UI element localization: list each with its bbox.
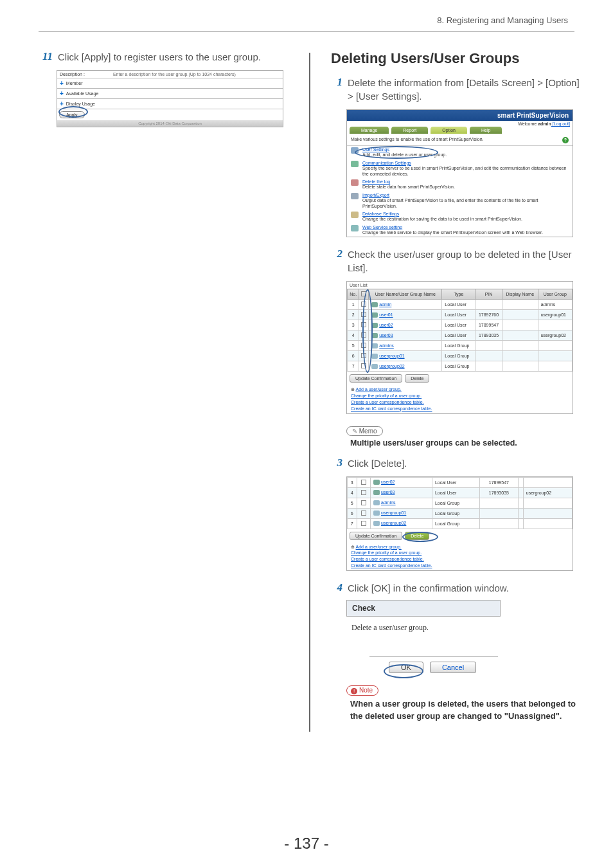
cell-group: admins xyxy=(538,300,572,310)
checkbox[interactable] xyxy=(361,312,366,317)
checkbox[interactable] xyxy=(361,291,366,296)
sublink[interactable]: Create a user correspondence table. xyxy=(351,400,424,404)
user-link[interactable]: usergroup01 xyxy=(381,511,406,515)
group-icon xyxy=(371,354,378,359)
user-link[interactable]: user01 xyxy=(379,312,393,317)
sublink[interactable]: Add a user/user group. xyxy=(356,387,402,392)
user-link[interactable]: user02 xyxy=(379,323,393,327)
checkbox[interactable] xyxy=(361,490,366,495)
delete-button-2[interactable]: Delete xyxy=(405,532,429,540)
plus-icon[interactable]: + xyxy=(60,80,64,87)
table-row: 7 usergroup02 Local Group xyxy=(348,518,573,529)
sublink-row: Change the priority of a user group. xyxy=(351,550,569,556)
cell-no: 5 xyxy=(348,341,359,351)
cell-disp xyxy=(502,351,538,361)
delete-button[interactable]: Delete xyxy=(405,374,429,383)
user-link[interactable]: usergroup01 xyxy=(379,354,404,358)
cell-name: usergroup01 xyxy=(371,508,432,518)
sublink-row: Create an IC card correspondence table. xyxy=(351,563,569,569)
user-link[interactable]: admins xyxy=(381,500,396,505)
checkbox[interactable] xyxy=(361,511,366,516)
cell-cb xyxy=(357,508,370,518)
cell-pin: 17899547 xyxy=(480,477,518,487)
option-link[interactable]: Delete the log xyxy=(362,179,390,184)
cell-name: usergroup02 xyxy=(369,361,442,372)
confirm-dialog: Check Delete a user/user group. OK Cance… xyxy=(346,600,501,676)
user-link[interactable]: user03 xyxy=(379,333,393,338)
option-icon xyxy=(351,179,359,186)
tab-help[interactable]: Help xyxy=(470,127,502,134)
sublink[interactable]: Change the priority of a user group. xyxy=(351,550,422,555)
option-desc: Output data of smart PrintSuperVision to… xyxy=(362,198,538,208)
logout-link[interactable]: [Log out] xyxy=(551,122,570,126)
checkbox[interactable] xyxy=(361,343,366,348)
table-row: 3 user02 Local User 17899547 xyxy=(348,320,573,330)
user-icon xyxy=(371,302,378,307)
checkbox[interactable] xyxy=(361,353,366,358)
checkbox[interactable] xyxy=(361,500,366,505)
userlist-screenshot: User List No.User Name/User Group NameTy… xyxy=(346,281,573,413)
cell-no: 6 xyxy=(348,508,357,518)
checkbox[interactable] xyxy=(361,480,366,485)
cell-type: Local User xyxy=(432,477,479,487)
checkbox[interactable] xyxy=(361,332,366,338)
user-link[interactable]: user03 xyxy=(381,490,395,494)
cancel-button[interactable]: Cancel xyxy=(430,662,476,673)
user-link[interactable]: user02 xyxy=(381,480,395,484)
plus-icon[interactable]: + xyxy=(60,90,64,97)
cell-disp xyxy=(518,487,523,498)
update-confirmation-button[interactable]: Update Confirmation xyxy=(350,374,402,383)
sublink[interactable]: Create an IC card correspondence table. xyxy=(351,563,432,568)
option-link[interactable]: Database Settings xyxy=(362,212,399,216)
option-item: Database SettingsChange the destination … xyxy=(347,210,573,224)
help-icon[interactable]: ? xyxy=(562,137,569,143)
sublink[interactable]: Add a user/user group. xyxy=(356,545,402,549)
table-header: User Group xyxy=(538,289,572,300)
cell-group xyxy=(538,361,572,372)
user-link[interactable]: usergroup02 xyxy=(381,521,406,525)
option-desc: Change the Web service to display the sm… xyxy=(362,230,543,235)
step-1-number: 1 xyxy=(328,76,342,103)
cell-no: 1 xyxy=(348,300,359,310)
sublink[interactable]: Create a user correspondence table. xyxy=(351,557,424,561)
cell-group: usergroup02 xyxy=(538,330,572,341)
update-confirmation-button-2[interactable]: Update Confirmation xyxy=(350,532,402,540)
option-link[interactable]: Web Service setting xyxy=(362,225,402,230)
checkbox[interactable] xyxy=(361,302,366,307)
option-link[interactable]: Communication Settings xyxy=(362,161,411,165)
option-icon xyxy=(351,212,359,218)
cell-cb xyxy=(357,477,370,487)
checkbox[interactable] xyxy=(361,322,366,327)
user-link[interactable]: admin xyxy=(379,302,391,307)
option-link[interactable]: Import/Export xyxy=(362,193,389,197)
user-link[interactable]: usergroup02 xyxy=(379,364,404,368)
sublink-row: Create an IC card correspondence table. xyxy=(351,406,569,412)
tab-option[interactable]: Option xyxy=(431,127,467,134)
cell-type: Local Group xyxy=(442,341,475,351)
user-icon xyxy=(371,323,378,328)
table-row: 6 usergroup01 Local Group xyxy=(348,351,573,361)
tab-report[interactable]: Report xyxy=(391,127,428,134)
sublink[interactable]: Create an IC card correspondence table. xyxy=(351,406,432,411)
cell-no: 6 xyxy=(348,351,359,361)
cell-type: Local User xyxy=(442,330,475,341)
desc-label: Description : xyxy=(60,72,85,77)
group-icon xyxy=(371,343,378,348)
sublink-row: Change the priority of a user group. xyxy=(351,393,569,399)
option-icon xyxy=(351,225,359,231)
option-icon xyxy=(351,161,359,167)
user-link[interactable]: admins xyxy=(379,343,394,348)
checkbox[interactable] xyxy=(361,521,366,526)
cell-name: user03 xyxy=(369,330,442,341)
checkbox[interactable] xyxy=(361,363,366,368)
apply-button[interactable]: Apply xyxy=(59,111,85,118)
plus-icon[interactable]: + xyxy=(60,100,64,107)
tab-manage[interactable]: Manage xyxy=(350,127,389,134)
ok-button[interactable]: OK xyxy=(389,662,423,673)
cell-disp xyxy=(518,508,523,518)
sublink[interactable]: Change the priority of a user group. xyxy=(351,393,422,398)
group-icon xyxy=(373,511,380,516)
cell-name: admins xyxy=(369,341,442,351)
option-link[interactable]: User Settings xyxy=(362,147,389,152)
option-item: Delete the logDelete stale data from sma… xyxy=(347,178,573,192)
